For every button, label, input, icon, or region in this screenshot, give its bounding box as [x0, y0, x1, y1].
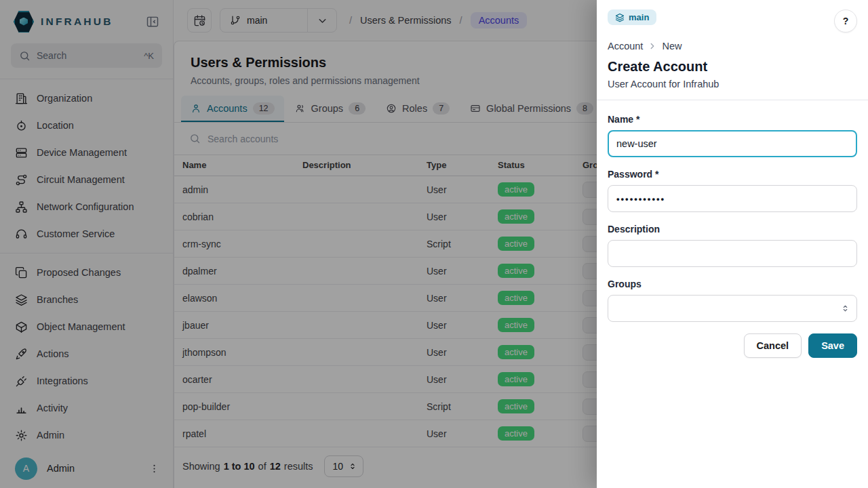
groups-select[interactable]	[608, 295, 857, 322]
layers-icon	[615, 13, 625, 22]
name-field-group: Name *	[608, 114, 857, 157]
drawer-title: Create Account	[608, 59, 857, 75]
branch-badge: main	[608, 9, 656, 25]
description-field-group: Description	[608, 224, 857, 267]
description-input[interactable]	[608, 240, 857, 267]
password-input[interactable]	[608, 185, 857, 212]
create-account-drawer: main ? Account New Create Account User A…	[597, 0, 868, 488]
name-input[interactable]	[608, 130, 857, 157]
form-actions: Cancel Save	[608, 333, 857, 358]
drawer-breadcrumb-parent: Account	[608, 41, 643, 52]
password-label: Password *	[608, 169, 857, 180]
description-label: Description	[608, 224, 857, 235]
drawer-breadcrumb-current: New	[662, 41, 682, 52]
drawer-subtitle: User Account for Infrahub	[608, 79, 857, 89]
drawer-breadcrumb: Account New	[608, 41, 857, 52]
branch-badge-label: main	[629, 12, 649, 22]
groups-field-group: Groups	[608, 279, 857, 322]
chevron-right-icon	[648, 41, 657, 51]
help-button[interactable]: ?	[834, 9, 857, 33]
app-root: INFRAHUB ^K Organization Location Device…	[0, 0, 868, 488]
save-button[interactable]: Save	[808, 333, 857, 358]
create-account-form: Name * Password * Description Groups Can…	[597, 100, 868, 371]
groups-label: Groups	[608, 279, 857, 289]
cancel-button[interactable]: Cancel	[744, 333, 802, 358]
name-label: Name *	[608, 114, 857, 125]
chevrons-up-down-icon	[840, 304, 850, 314]
password-field-group: Password *	[608, 169, 857, 212]
drawer-header: main ? Account New Create Account User A…	[597, 0, 868, 100]
